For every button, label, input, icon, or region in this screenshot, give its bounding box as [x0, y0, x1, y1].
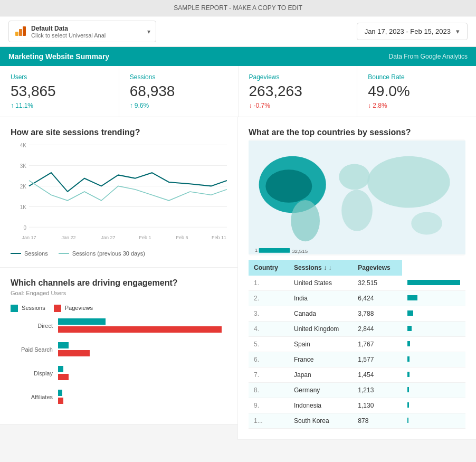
channel-label: Direct: [11, 323, 53, 329]
legend-sessions-line: [11, 253, 21, 254]
sessions-legend-box: [11, 305, 18, 312]
channels-subtitle: Goal: Engaged Users: [11, 290, 227, 296]
svg-point-23: [341, 190, 373, 231]
col-pageviews[interactable]: Pageviews: [353, 260, 402, 276]
country-name: Indonesia: [289, 398, 353, 413]
metric-value: 263,263: [249, 83, 347, 100]
bar-pageviews: [58, 350, 90, 356]
metric-card-bounce-rate: Bounce Rate 49.0% 2.8%: [357, 66, 476, 117]
date-picker-arrow: ▾: [456, 27, 460, 35]
country-name: Germany: [289, 383, 353, 398]
legend-pageviews-item: Pageviews: [54, 305, 93, 312]
sessions-trend-title: How are site sessions trending?: [11, 128, 227, 137]
channel-label: Paid Search: [11, 346, 53, 353]
country-num: 1.: [249, 276, 289, 291]
svg-text:1: 1: [255, 247, 258, 253]
chart-legend: Sessions Sessions (previous 30 days): [11, 250, 227, 257]
svg-text:32,515: 32,515: [292, 248, 308, 254]
svg-text:1K: 1K: [20, 204, 26, 210]
svg-rect-0: [15, 32, 18, 36]
mini-bar: [407, 310, 413, 316]
country-bar: [402, 398, 465, 413]
mini-bar: [407, 387, 409, 392]
table-row: 8. Germany 1,213: [249, 383, 465, 398]
data-source-subtitle: Click to select Universal Anal: [31, 32, 143, 39]
mini-bar: [407, 326, 412, 331]
metric-value: 68,938: [130, 83, 227, 100]
bar-pageviews: [58, 374, 69, 380]
country-table-header: Country Sessions ↓ Pageviews: [249, 260, 465, 276]
report-title: Marketing Website Summary: [8, 52, 109, 61]
country-sessions: 1,767: [353, 337, 402, 352]
date-range-picker[interactable]: Jan 17, 2023 - Feb 15, 2023 ▾: [357, 23, 468, 40]
svg-text:Feb 11: Feb 11: [212, 235, 226, 240]
bar-pageviews: [58, 326, 222, 333]
channel-row: Paid Search: [11, 342, 227, 356]
country-num: 7.: [249, 367, 289, 383]
country-bar: [402, 322, 465, 337]
bar-sessions: [58, 342, 69, 348]
metric-arrow: [368, 102, 371, 109]
country-num: 9.: [249, 398, 289, 413]
table-row: 4. United Kingdom 2,844: [249, 322, 465, 337]
metric-card-pageviews: Pageviews 263,263 -0.7%: [239, 66, 358, 117]
svg-point-26: [265, 169, 312, 203]
svg-text:0: 0: [23, 224, 26, 230]
metric-change: 11.1%: [11, 102, 108, 109]
channel-row: Affiliates: [11, 390, 227, 404]
svg-text:4K: 4K: [20, 143, 26, 148]
metric-change-value: 2.8%: [373, 102, 387, 109]
svg-text:Jan 17: Jan 17: [22, 235, 36, 240]
country-sessions: 1,454: [353, 367, 402, 383]
mini-bar: [407, 295, 417, 300]
legend-prev-label: Sessions (previous 30 days): [72, 250, 145, 257]
mini-bar: [407, 280, 460, 285]
legend-sessions-item: Sessions: [11, 305, 45, 312]
data-source-arrow: ▾: [147, 28, 150, 35]
country-name: Spain: [289, 337, 353, 352]
country-sessions: 1,577: [353, 352, 402, 367]
col-sessions[interactable]: Sessions ↓: [289, 260, 353, 276]
channel-bars: [58, 342, 227, 356]
data-source-label: Data From Google Analytics: [389, 53, 468, 60]
map-svg: 1 32,515: [249, 139, 465, 256]
country-bar: [402, 337, 465, 352]
mini-bar: [407, 341, 410, 346]
svg-point-22: [339, 164, 370, 190]
table-row: 1. United States 32,515: [249, 276, 465, 291]
country-sessions: 6,424: [353, 291, 402, 306]
mini-bar: [407, 372, 410, 377]
metric-label: Sessions: [130, 73, 227, 81]
line-chart-svg: 4K 3K 2K 1K 0 Jan 17 Jan 22 Jan 27 Feb 1…: [11, 139, 227, 245]
table-row: 7. Japan 1,454: [249, 367, 465, 383]
country-sessions: 1,213: [353, 383, 402, 398]
world-map: 1 32,515: [249, 139, 465, 256]
svg-rect-28: [259, 248, 290, 253]
channel-bars: [58, 366, 227, 380]
table-row: 2. India 6,424: [249, 291, 465, 306]
metric-value: 49.0%: [368, 83, 465, 100]
bar-sessions: [58, 390, 62, 396]
country-bar: [402, 306, 465, 322]
metric-label: Bounce Rate: [368, 73, 465, 81]
channel-bars: [58, 318, 227, 333]
metrics-row: Users 53,865 11.1% Sessions 68,938 9.6% …: [0, 66, 476, 117]
pageviews-legend-box: [54, 305, 61, 312]
country-num: 3.: [249, 306, 289, 322]
metric-change-value: 9.6%: [135, 102, 149, 109]
country-sessions: 32,515: [353, 276, 402, 291]
legend-sessions: Sessions: [11, 250, 48, 257]
country-num: 1...: [249, 413, 289, 429]
metric-change-value: -0.7%: [254, 102, 270, 109]
col-country[interactable]: Country: [249, 260, 289, 276]
country-name: United Kingdom: [289, 322, 353, 337]
svg-text:Jan 22: Jan 22: [62, 235, 76, 240]
pageviews-legend-label: Pageviews: [65, 305, 93, 311]
main-content: How are site sessions trending? 4K 3K 2K…: [0, 117, 476, 440]
country-name: India: [289, 291, 353, 306]
country-bar: [402, 291, 465, 306]
mini-bar: [407, 418, 408, 423]
data-source-selector[interactable]: Default Data Click to select Universal A…: [8, 21, 156, 42]
svg-rect-1: [19, 29, 22, 36]
metric-change: 9.6%: [130, 102, 227, 109]
